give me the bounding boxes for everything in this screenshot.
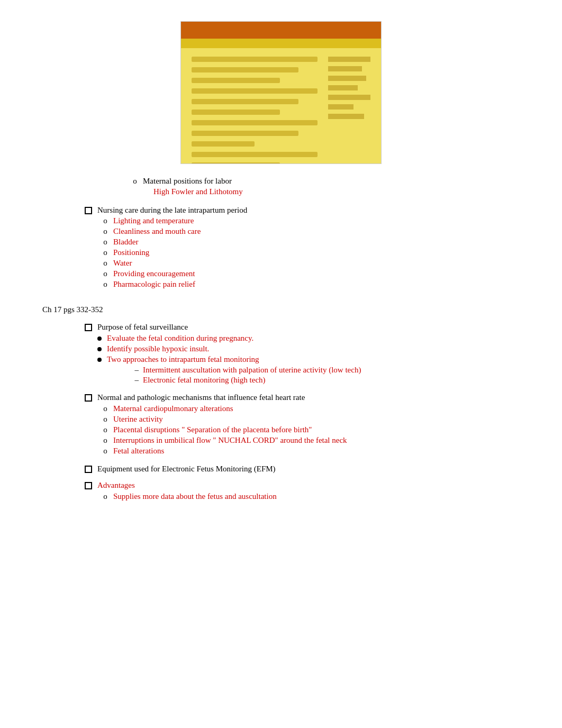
- nursing-item-3: o Positioning: [97, 248, 520, 257]
- fetal-bullet-0-text: Evaluate the fetal condition during preg…: [107, 334, 253, 343]
- normal-pathologic-list: o Maternal cardiopulmonary alterations o…: [97, 404, 520, 456]
- fetal-surveillance-section: Purpose of fetal surveillance Evaluate t…: [42, 323, 520, 386]
- dash-1: –: [124, 376, 139, 385]
- fetal-surveillance-main-item: Purpose of fetal surveillance Evaluate t…: [85, 323, 520, 386]
- fetal-bullet-2: Two approaches to intrapartum fetal moni…: [97, 355, 520, 364]
- maternal-positions-sublabel: High Fowler and Lithotomy: [153, 187, 243, 196]
- o-bullet-np2: o: [97, 425, 113, 434]
- np-item-2: o Placental disruptions " Separation of …: [97, 425, 520, 434]
- o-bullet-pharm: o: [97, 280, 113, 289]
- nursing-item-0: o Lighting and temperature: [97, 216, 520, 225]
- square-bullet-np: [85, 394, 92, 402]
- np-item-1-text: Uterine activity: [113, 415, 163, 424]
- np-item-0: o Maternal cardiopulmonary alterations: [97, 404, 520, 413]
- dot-bullet-2: [97, 358, 102, 362]
- normal-pathologic-heading: Normal and pathologic mechanisms that in…: [97, 393, 305, 402]
- np-item-4: o Fetal alterations: [97, 447, 520, 456]
- maternal-positions-row: o Maternal positions for labor: [127, 177, 520, 186]
- chapter-label: Ch 17 pgs 332-352: [42, 305, 103, 314]
- nursing-care-section: Nursing care during the late intrapartum…: [42, 206, 520, 290]
- nursing-item-pharm-text: Pharmacologic pain relief: [113, 280, 195, 289]
- square-bullet-adv: [85, 482, 92, 489]
- o-bullet-cm: o: [97, 227, 113, 236]
- o-bullet-lt: o: [97, 216, 113, 225]
- approach-1: – Electronic fetal monitoring (high tech…: [124, 376, 520, 385]
- nursing-item-enc-text: Providing encouragement: [113, 269, 195, 278]
- nursing-item-2: o Bladder: [97, 238, 520, 247]
- approach-1-text: Electronic fetal monitoring (high tech): [143, 376, 266, 385]
- fetal-bullet-2-text: Two approaches to intrapartum fetal moni…: [107, 355, 259, 364]
- advantages-heading: Advantages: [97, 481, 135, 489]
- square-bullet-equip: [85, 466, 92, 473]
- np-item-3: o Interruptions in umbilical flow " NUCH…: [97, 436, 520, 445]
- np-item-2-text: Placental disruptions " Separation of th…: [113, 425, 312, 434]
- approach-0: – Intermittent auscultation with palpati…: [124, 366, 520, 375]
- fetal-bullet-1-text: Identify possible hypoxic insult.: [107, 344, 209, 353]
- nursing-item-pos-text: Positioning: [113, 248, 149, 257]
- nursing-item-lt-text: Lighting and temperature: [113, 216, 194, 225]
- o-bullet-bl: o: [97, 238, 113, 247]
- equipment-main-item: Equipment used for Electronic Fetus Moni…: [85, 465, 520, 474]
- normal-pathologic-section: Normal and pathologic mechanisms that in…: [42, 393, 520, 457]
- np-item-1: o Uterine activity: [97, 415, 520, 424]
- chapter-heading: Ch 17 pgs 332-352: [42, 305, 520, 314]
- nursing-item-6: o Pharmacologic pain relief: [97, 280, 520, 289]
- dot-bullet-1: [97, 347, 102, 351]
- dot-bullet-0: [97, 336, 102, 341]
- advantages-section: Advantages o Supplies more data about th…: [42, 481, 520, 503]
- maternal-positions-section: o Maternal positions for labor High Fowl…: [127, 177, 520, 196]
- equipment-heading: Equipment used for Electronic Fetus Moni…: [97, 465, 276, 473]
- nursing-care-main-item: Nursing care during the late intrapartum…: [85, 206, 520, 290]
- nursing-care-list: o Lighting and temperature o Cleanliness…: [97, 216, 520, 289]
- nursing-item-water-text: Water: [113, 259, 132, 268]
- nursing-item-1: o Cleanliness and mouth care: [97, 227, 520, 236]
- o-bullet-np0: o: [97, 404, 113, 413]
- o-bullet-np1: o: [97, 415, 113, 424]
- dash-0: –: [124, 366, 139, 375]
- fetal-surveillance-bullets: Evaluate the fetal condition during preg…: [97, 334, 520, 385]
- chart-image: [180, 21, 382, 164]
- o-bullet-np4: o: [97, 447, 113, 456]
- square-bullet-nursing: [85, 207, 92, 214]
- np-item-4-text: Fetal alterations: [113, 447, 164, 456]
- adv-item-0-text: Supplies more data about the fetus and a…: [113, 492, 277, 501]
- square-bullet-fetal: [85, 324, 92, 331]
- o-bullet-np3: o: [97, 436, 113, 445]
- fetal-surveillance-heading: Purpose of fetal surveillance: [97, 323, 188, 331]
- np-item-0-text: Maternal cardiopulmonary alterations: [113, 404, 233, 413]
- nursing-item-4: o Water: [97, 259, 520, 268]
- o-bullet-water: o: [97, 259, 113, 268]
- fetal-bullet-1: Identify possible hypoxic insult.: [97, 344, 520, 353]
- maternal-positions-sub-row: High Fowler and Lithotomy: [153, 187, 520, 196]
- fetal-bullet-0: Evaluate the fetal condition during preg…: [97, 334, 520, 343]
- maternal-positions-label: Maternal positions for labor: [143, 177, 232, 186]
- o-bullet-1: o: [127, 177, 143, 186]
- np-item-3-text: Interruptions in umbilical flow " NUCHAL…: [113, 436, 347, 445]
- o-bullet-pos: o: [97, 248, 113, 257]
- adv-item-0: o Supplies more data about the fetus and…: [97, 492, 520, 501]
- approach-0-text: Intermittent auscultation with palpation…: [143, 366, 361, 375]
- advantages-main-item: Advantages o Supplies more data about th…: [85, 481, 520, 503]
- nursing-item-bl-text: Bladder: [113, 238, 138, 247]
- o-bullet-adv0: o: [97, 492, 113, 501]
- advantages-list: o Supplies more data about the fetus and…: [97, 492, 520, 501]
- nursing-care-heading: Nursing care during the late intrapartum…: [97, 206, 247, 214]
- equipment-section: Equipment used for Electronic Fetus Moni…: [42, 465, 520, 474]
- nursing-item-5: o Providing encouragement: [97, 269, 520, 278]
- nursing-item-cm-text: Cleanliness and mouth care: [113, 227, 201, 236]
- o-bullet-enc: o: [97, 269, 113, 278]
- normal-pathologic-main-item: Normal and pathologic mechanisms that in…: [85, 393, 520, 457]
